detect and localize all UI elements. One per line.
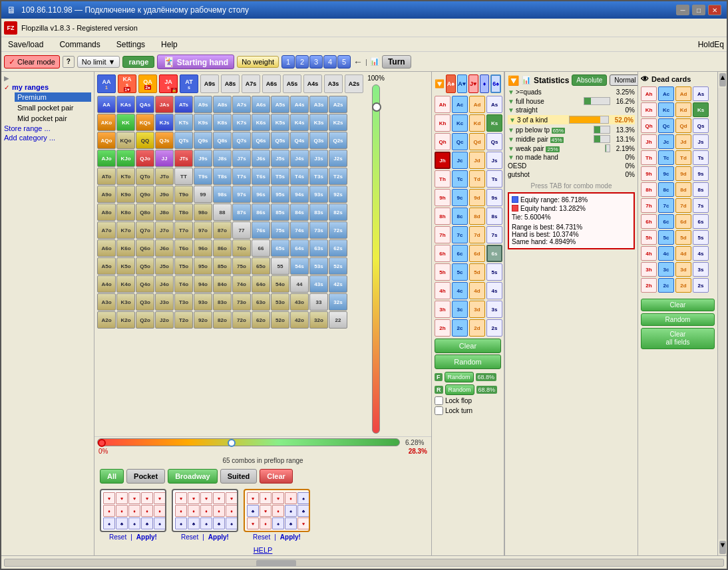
dc-6h[interactable]: 6h [641,214,657,229]
status-scrollbar[interactable] [4,559,724,567]
hand-cell-98o[interactable]: 98o [194,204,212,221]
tc-2s[interactable]: 2s [486,319,502,337]
hand-cell-A5s[interactable]: A5s [271,96,289,113]
hand-cell-TT[interactable]: TT [174,168,193,185]
tc-3d[interactable]: 3d [469,301,485,318]
tc-7d[interactable]: 7d [469,226,485,243]
hand-cell-96o[interactable]: 96o [194,239,212,257]
tc-5c[interactable]: 5c [452,263,468,281]
hand-cell-T7o[interactable]: T7o [174,221,193,239]
hand-cell-T5s[interactable]: T5s [271,168,289,185]
dc-3s[interactable]: 3s [693,262,709,277]
hand-cell-KK[interactable]: KK [116,114,135,131]
hand-cell-92o[interactable]: 92o [194,311,212,329]
hand-cell-42s[interactable]: 42s [329,275,347,293]
hand-cell-A3o[interactable]: A3o [97,293,116,311]
hand-cell-42o[interactable]: 42o [290,311,309,329]
hand-cell-95s[interactable]: 95s [271,186,289,203]
hand-cell-J4s[interactable]: J4s [290,150,309,167]
hand-cell-82s[interactable]: 82s [329,204,347,221]
hand-cell-T4s[interactable]: T4s [290,168,309,185]
hand-cell-T6o[interactable]: T6o [174,239,193,257]
tc-As[interactable]: As [486,96,502,113]
hand-cell-95o[interactable]: 95o [194,257,212,275]
hand-cell-J7o[interactable]: J7o [155,221,174,239]
dc-2h[interactable]: 2h [641,278,657,293]
tc-Qs[interactable]: Qs [486,133,502,150]
dc-Qd[interactable]: Qd [675,118,691,133]
hand-cell-QTo[interactable]: QTo [136,168,154,185]
hand-cell-54s[interactable]: 54s [290,257,309,275]
tc-Jd[interactable]: Jd [469,152,485,169]
turn-clear-button[interactable]: Clear [435,339,501,353]
slider-right-handle[interactable] [228,439,236,447]
dc-Kh[interactable]: Kh [641,102,657,117]
tc-6h[interactable]: 6h [435,245,451,262]
hand-cell-94s[interactable]: 94s [290,186,309,203]
hand-cell-KTs[interactable]: KTs [174,114,193,131]
dc-4c[interactable]: 4c [658,246,674,261]
hdr-A8s[interactable]: A8s [221,74,240,93]
hand-cell-85o[interactable]: 85o [213,257,232,275]
hand-cell-JAs[interactable]: JAs [155,96,174,113]
hand-cell-T5o[interactable]: T5o [174,257,193,275]
lock-turn-label[interactable]: Lock turn [435,406,501,415]
hand-cell-J3s[interactable]: J3s [309,150,328,167]
tc-Qc[interactable]: Qc [452,133,468,150]
hand-cell-Q7s[interactable]: Q7s [232,132,251,149]
box3-apply[interactable]: Apply! [280,533,301,541]
hand-cell-KTo[interactable]: KTo [116,168,135,185]
hand-cell-86o[interactable]: 86o [213,239,232,257]
hand-cell-AJo[interactable]: AJo [97,150,116,167]
hand-cell-Q5s[interactable]: Q5s [271,132,289,149]
hand-cell-K2s[interactable]: K2s [329,114,347,131]
hand-cell-Q2o[interactable]: Q2o [136,311,154,329]
hand-cell-T3s[interactable]: T3s [309,168,328,185]
suited-button[interactable]: Suited [220,469,258,484]
tc-6d[interactable]: 6d [469,245,485,262]
hand-cell-32o[interactable]: 32o [309,311,328,329]
hand-cell-73s[interactable]: 73s [309,221,328,239]
hand-cell-T2s[interactable]: T2s [329,168,347,185]
dead-random-button[interactable]: Random [641,313,715,326]
hand-cell-33[interactable]: 33 [309,293,328,311]
hand-cell-J8o[interactable]: J8o [155,204,174,221]
pocket-button[interactable]: Pocket [126,469,165,484]
absolute-button[interactable]: Absolute [572,74,607,86]
menu-settings[interactable]: Settings [112,39,149,51]
hand-cell-Q9s[interactable]: Q9s [194,132,212,149]
dc-7c[interactable]: 7c [658,198,674,213]
tc-Qd[interactable]: Qd [469,133,485,150]
dc-Ts[interactable]: Ts [693,150,709,165]
hdr-A4s[interactable]: A4s [303,74,322,93]
hand-cell-ATo[interactable]: ATo [97,168,116,185]
no-limit-button[interactable]: No limit ▼ [77,56,120,68]
hand-cell-ATs[interactable]: ATs [174,96,193,113]
hand-cell-Q3s[interactable]: Q3s [309,132,328,149]
hand-cell-98s[interactable]: 98s [213,186,232,203]
hand-cell-84s[interactable]: 84s [290,204,309,221]
menu-help[interactable]: Help [157,39,182,51]
hdr-A2s[interactable]: A2s [345,74,363,93]
hand-cell-97o[interactable]: 97o [194,221,212,239]
hand-cell-64s[interactable]: 64s [290,239,309,257]
hand-cell-87s[interactable]: 87s [232,204,251,221]
hand-cell-K7o[interactable]: K7o [116,221,135,239]
hand-cell-A2s[interactable]: A2s [329,96,347,113]
num-btn-2[interactable]: 2 [295,55,309,69]
dc-Ks[interactable]: Ks [693,102,709,117]
hand-cell-J3o[interactable]: J3o [155,293,174,311]
hand-cell-Q7o[interactable]: Q7o [136,221,154,239]
hand-cell-83s[interactable]: 83s [309,204,328,221]
hand-cell-53o[interactable]: 53o [271,293,289,311]
hand-cell-82o[interactable]: 82o [213,311,232,329]
hand-cell-K7s[interactable]: K7s [232,114,251,131]
dc-5s[interactable]: 5s [693,230,709,245]
tc-Kh[interactable]: Kh [435,114,451,132]
clear-mode-button[interactable]: ✓ Clear mode [4,55,60,69]
hand-cell-QJs[interactable]: QJs [155,132,174,149]
lock-flop-checkbox[interactable] [435,396,443,405]
hand-cell-K3s[interactable]: K3s [309,114,328,131]
hand-cell-J7s[interactable]: J7s [232,150,251,167]
hand-cell-J2s[interactable]: J2s [329,150,347,167]
